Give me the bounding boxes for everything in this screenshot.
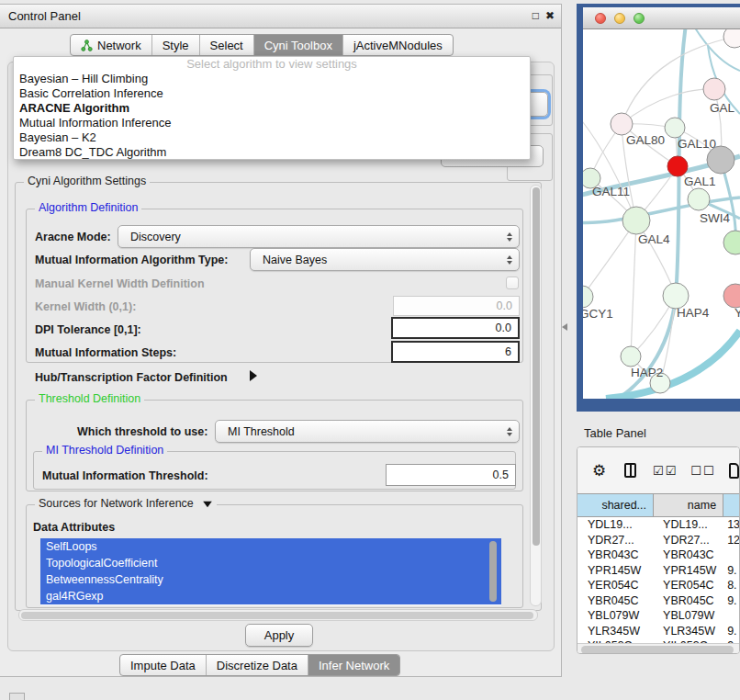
mi-threshold-field[interactable]: 0.5 [386,464,516,486]
network-edge [622,89,714,124]
tab-select[interactable]: Select [200,35,254,55]
network-node-gal4[interactable] [622,207,650,234]
dropdown-item[interactable]: Bayesian – K2 [14,130,530,145]
mi-algorithm-type-value: Naive Bayes [263,254,327,266]
hub-expand-arrow-icon[interactable] [250,370,257,381]
table-row[interactable]: YBL079WYBL079W [577,608,739,624]
dpi-tolerance-field[interactable]: 0.0 [391,317,520,339]
column-header-name[interactable]: name [654,494,723,516]
dpi-tolerance-label: DPI Tolerance [0,1]: [35,323,141,336]
tab-infer-network[interactable]: Infer Network [308,655,399,675]
dropdown-item[interactable]: Mutual Information Inference [14,116,530,130]
network-node-gal[interactable] [703,78,725,100]
close-traffic-light-icon[interactable] [595,13,606,24]
mi-steps-field[interactable]: 6 [391,341,520,363]
manual-kernel-width-checkbox[interactable] [506,277,519,289]
minimize-traffic-light-icon[interactable] [614,13,625,24]
table-row[interactable]: YBR045CYBR045C9. [577,593,739,609]
node-label: SWI4 [700,211,730,225]
attribute-item-selected[interactable]: TopologicalCoefficient [40,555,501,571]
network-node-hap4[interactable] [663,283,689,309]
network-node[interactable] [723,29,740,48]
unchecked-checkboxes-icon[interactable]: ☐☐ [690,464,715,478]
tab-impute-data[interactable]: Impute Data [120,655,207,675]
control-panel-tabbar: Network Style Select Cyni Toolbox jActiv… [70,34,454,56]
table-row[interactable]: YDR27...YDR27...12 [577,533,739,548]
mi-threshold-label: Mutual Information Threshold: [42,469,208,482]
network-node-gal10[interactable] [665,118,685,138]
network-node-gal1[interactable] [667,156,688,176]
float-window-icon[interactable]: □ [533,9,539,22]
document-icon[interactable] [729,463,739,479]
mi-steps-label: Mutual Information Steps: [35,346,176,359]
table-body: YDL19...YDL19...13 YDR27...YDR27...12 YB… [577,517,739,643]
network-node-y[interactable] [723,284,740,308]
attributes-list-scrollbar-thumb[interactable] [489,541,497,602]
node-label: HAP2 [631,366,663,379]
splitpane-collapse-arrow-icon[interactable] [562,323,567,331]
tab-network[interactable]: Network [71,35,152,55]
table-horizontal-scrollbar[interactable] [577,643,739,654]
data-attributes-list: SelfLoops TopologicalCoefficient Between… [40,538,501,605]
control-panel-window: Control Panel □ ✖ Network Style Select C… [0,4,562,677]
data-attributes-label: Data Attributes [33,521,115,534]
dropdown-item[interactable]: Basic Correlation Inference [14,86,530,101]
table-row[interactable]: YER054CYER054C8. [577,578,739,593]
network-node-hap2[interactable] [621,346,641,367]
network-node-labels: GAL80 GAL GAL10 GAL1 GAL11 SWI4 GAL4 GCY… [583,101,740,379]
attribute-item-selected[interactable]: SelfLoops [40,538,501,555]
which-threshold-combo[interactable]: MI Threshold [215,420,520,443]
checked-checkboxes-icon[interactable]: ☑☑ [653,464,678,478]
zoom-traffic-light-icon[interactable] [633,13,645,24]
network-node-green[interactable] [723,231,740,254]
sources-collapse-arrow-icon[interactable] [204,502,213,507]
settings-horizontal-scrollbar-thumb[interactable] [21,612,533,619]
network-node-swi4[interactable] [688,188,710,210]
attribute-item-selected[interactable]: gal4RGexp [40,588,501,604]
mi-algorithm-type-combo[interactable]: Naive Bayes [250,248,520,271]
network-edge [631,220,636,356]
node-label: GAL4 [638,232,670,246]
tab-jactivemnodules[interactable]: jActiveMNodules [343,35,453,55]
close-window-icon[interactable]: ✖ [545,9,555,22]
mi-threshold-definition-title: MI Threshold Definition [42,444,167,457]
network-node-gal80[interactable] [611,113,633,135]
cyni-algorithm-settings-title: Cyni Algorithm Settings [24,175,150,187]
dropdown-item[interactable]: Dream8 DC_TDC Algorithm [14,145,530,160]
dropdown-item-highlighted[interactable]: ARACNE Algorithm [14,101,530,116]
table-row[interactable]: YLR345WYLR345W9. [577,624,739,639]
network-view-window: GAL80 GAL GAL10 GAL1 GAL11 SWI4 GAL4 GCY… [577,4,740,412]
node-label: GCY1 [583,307,613,321]
tab-style[interactable]: Style [152,35,200,55]
settings-horizontal-scrollbar[interactable] [18,609,538,621]
dock-grip[interactable] [9,693,25,700]
kernel-width-field[interactable]: 0.0 [393,296,520,316]
settings-vertical-scrollbar[interactable] [530,185,542,606]
stepper-icon [507,232,512,242]
aracne-mode-combo[interactable]: Discovery [118,225,520,248]
table-horizontal-scrollbar-thumb[interactable] [581,646,734,654]
aracne-mode-value: Discovery [130,231,181,243]
node-label: GAL1 [684,175,716,188]
stepper-icon [507,427,512,436]
gear-icon[interactable]: ⚙ [592,461,606,480]
which-threshold-value: MI Threshold [228,425,295,438]
network-node-gcy1[interactable] [583,286,593,308]
tab-cyni-toolbox[interactable]: Cyni Toolbox [254,35,343,55]
columns-icon[interactable] [624,463,636,478]
apply-button[interactable]: Apply [245,624,313,647]
attribute-item-selected[interactable]: BetweennessCentrality [40,571,501,588]
column-header-shared-name[interactable]: shared... [577,494,654,516]
table-row[interactable]: YPR145WYPR145W9. [577,563,739,579]
settings-vertical-scrollbar-thumb[interactable] [533,187,540,546]
tab-discretize-data[interactable]: Discretize Data [207,655,308,675]
control-panel-title: Control Panel [8,9,81,23]
table-row[interactable]: YDL19...YDL19...13 [577,517,739,533]
network-canvas[interactable]: GAL80 GAL GAL10 GAL1 GAL11 SWI4 GAL4 GCY… [583,29,740,399]
dropdown-item[interactable]: Bayesian – Hill Climbing [14,72,530,86]
dropdown-placeholder: Select algorithm to view settings [14,57,530,72]
table-row[interactable]: YBR043CYBR043C [577,548,739,563]
column-header-partial[interactable] [723,494,739,516]
table-toolbar: ⚙ ☑☑ ☐☐ [577,447,739,493]
node-label: GAL11 [592,185,630,198]
